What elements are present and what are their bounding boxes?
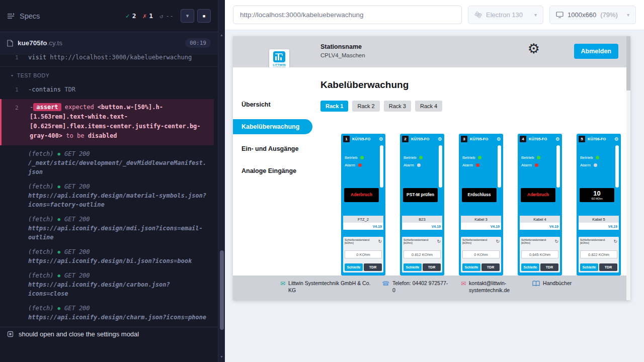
viewport-icon: [556, 12, 564, 18]
reporter-scrollbar[interactable]: ▲ ▼: [218, 0, 225, 362]
next-test-row[interactable]: should open and close the settings modal: [0, 327, 218, 341]
device-model: KÜ706-FO: [588, 137, 613, 141]
card-header: 4 KÜ705-FO ⚙: [518, 134, 562, 142]
sidebar-item-analoge-eingaenge[interactable]: Analoge Eingänge: [233, 160, 312, 182]
refresh-icon[interactable]: ↻: [554, 239, 558, 244]
command-arg: http://localhost:3000/kabelueberwachung: [50, 54, 192, 61]
phone-number: Telefon: 04402 972577-0: [392, 280, 451, 294]
fetch-log-entry[interactable]: (fetch)●GET 200 https://api.iconify.desi…: [0, 268, 218, 301]
tab-rack-3[interactable]: Rack 3: [384, 101, 411, 112]
cross-icon: ✗: [142, 12, 146, 20]
card-header: 3 KÜ705-FO ⚙: [459, 134, 503, 142]
fetch-log-entry[interactable]: (fetch)●GET 200 https://api.iconify.desi…: [0, 245, 218, 268]
firmware-version: V4.19: [520, 223, 560, 230]
device-gear-icon[interactable]: ⚙: [555, 137, 560, 142]
specs-list-icon: [7, 13, 15, 20]
measurement-value: 0.812 KOhm: [404, 250, 441, 258]
tdr-button[interactable]: TDR: [364, 263, 382, 271]
measurement-buttons: Schleife TDR: [521, 263, 558, 271]
spec-name: kue705fo.cy.ts: [18, 39, 62, 47]
logout-button[interactable]: Abmelden: [574, 44, 618, 59]
betrieb-label: Betrieb: [521, 155, 534, 160]
chevron-down-icon: ▾: [11, 73, 14, 78]
schleife-button[interactable]: Schleife: [404, 263, 422, 271]
measurement-panel: Schleifenwiderstand [kOhm] ↻ 0.822 KOhm …: [579, 237, 619, 273]
stop-run-button[interactable]: ■: [197, 9, 211, 23]
assert-state: disabled: [88, 132, 117, 139]
url-input[interactable]: [233, 6, 462, 24]
device-gear-icon[interactable]: ⚙: [614, 137, 619, 142]
scrollbar-thumb[interactable]: [220, 250, 224, 330]
sidebar-item-kabelueberwachung[interactable]: Kabelüberwachung: [233, 119, 312, 134]
refresh-icon[interactable]: ↻: [496, 239, 500, 244]
assert-badge: assert: [33, 103, 61, 111]
aut-pane: Electron 130 ▾ 1000x660 (79%) ▾ Stations…: [225, 0, 644, 362]
page-title: Kabelüberwachung: [320, 79, 626, 90]
alarm-led: [358, 163, 362, 167]
device-gear-icon[interactable]: ⚙: [379, 137, 383, 142]
spec-file-row[interactable]: kue705fo.cy.ts 00:19: [0, 32, 218, 54]
device-number: 4: [520, 136, 526, 142]
station-info: Stationsname CPLV4_Maschen: [320, 43, 365, 58]
scroll-up-arrow-icon[interactable]: ▲: [218, 33, 225, 37]
viewport-select[interactable]: 1000x660 (79%) ▾: [549, 6, 636, 24]
reporter-header: Specs ✓ 2 ✗ 1 ↺ -- ▾: [0, 0, 218, 32]
failed-assert-command[interactable]: 2-assert expected <button.w-[50%].h-[1.5…: [0, 99, 214, 145]
email-address[interactable]: kontakt@littwin-systemtechnik.de: [469, 280, 515, 294]
fetch-log-entry[interactable]: (fetch)●GET 200 https://api.iconify.desi…: [0, 179, 218, 212]
specs-button[interactable]: Specs: [7, 12, 40, 20]
fetch-log-entry[interactable]: (fetch)●GET 200 https://api.iconify.desi…: [0, 301, 218, 325]
command-arg: TDR: [64, 86, 75, 93]
schleife-button[interactable]: Schleife: [345, 263, 363, 271]
tdr-button[interactable]: TDR: [481, 263, 500, 271]
sidebar-item-uebersicht[interactable]: Übersicht: [233, 94, 312, 116]
firmware-version: V4.19: [579, 223, 619, 230]
schleife-button[interactable]: Schleife: [521, 263, 539, 271]
command-log: 1 visit http://localhost:3000/kabelueber…: [0, 54, 218, 328]
company-name: Littwin Systemtechnik GmbH & Co. KG: [288, 280, 374, 294]
app-scrollbar-thumb[interactable]: [626, 36, 630, 90]
footer-manuals-link[interactable]: Handbücher: [532, 280, 572, 287]
schleife-button[interactable]: Schleife: [580, 263, 598, 271]
alarm-label: Alarm: [580, 163, 591, 167]
fetch-log-entry[interactable]: (fetch)●GET 200 /_next/static/developmen…: [0, 147, 218, 179]
browser-select[interactable]: Electron 130 ▾: [468, 6, 543, 24]
browser-name: Electron 130: [486, 11, 523, 19]
command-contains[interactable]: 1-contains TDR: [0, 82, 218, 98]
device-gear-icon[interactable]: ⚙: [438, 137, 442, 142]
fetch-label: (fetch): [28, 215, 54, 224]
settings-gear-icon[interactable]: ⚙: [528, 42, 540, 56]
measurement-label: Schleifenwiderstand [kOhm]: [521, 238, 554, 244]
measurement-label: Schleifenwiderstand [kOhm]: [345, 238, 378, 244]
command-visit[interactable]: 1 visit http://localhost:3000/kabelueber…: [0, 54, 218, 67]
fetch-status-line: (fetch)●GET 200: [28, 304, 210, 313]
measurement-panel: Schleifenwiderstand [kOhm] ↻ 0 KOhm Schl…: [343, 237, 383, 273]
collapse-button[interactable]: ▾: [181, 9, 194, 23]
tdr-button[interactable]: TDR: [599, 263, 617, 271]
fetch-log-entry[interactable]: (fetch)●GET 200 https://api.iconify.desi…: [0, 212, 218, 245]
refresh-icon[interactable]: ↻: [437, 239, 441, 244]
betrieb-label: Betrieb: [404, 155, 416, 160]
tab-rack-1[interactable]: Rack 1: [320, 101, 348, 112]
device-card: 4 KÜ705-FO ⚙ Betrieb Alarm: [518, 134, 562, 276]
scroll-down-arrow-icon[interactable]: ▼: [218, 355, 225, 358]
refresh-icon[interactable]: ↻: [378, 239, 382, 244]
chevron-down-icon: ▾: [534, 12, 537, 18]
device-gear-icon[interactable]: ⚙: [497, 137, 501, 142]
schleife-button[interactable]: Schleife: [462, 263, 480, 271]
tab-rack-2[interactable]: Rack 2: [352, 101, 379, 112]
refresh-icon[interactable]: ↻: [613, 239, 617, 244]
phone-icon: ☎: [382, 281, 389, 287]
tdr-button[interactable]: TDR: [540, 263, 558, 271]
spec-duration-badge: 00:19: [185, 38, 211, 48]
sidebar-item-ein-und-ausgaenge[interactable]: Ein- und Ausgänge: [233, 138, 312, 160]
viewport-size: 1000x660: [568, 11, 596, 19]
station-label: Stationsname: [320, 43, 365, 50]
device-number: 1: [343, 136, 350, 142]
level-indicator-bar: [439, 145, 442, 188]
tab-rack-4[interactable]: Rack 4: [415, 101, 442, 112]
test-body-section[interactable]: ▾ TEST BODY: [0, 67, 218, 82]
tdr-button[interactable]: TDR: [423, 263, 441, 271]
firmware-version: V4.19: [343, 223, 383, 230]
app-scrollbar[interactable]: [626, 36, 630, 300]
